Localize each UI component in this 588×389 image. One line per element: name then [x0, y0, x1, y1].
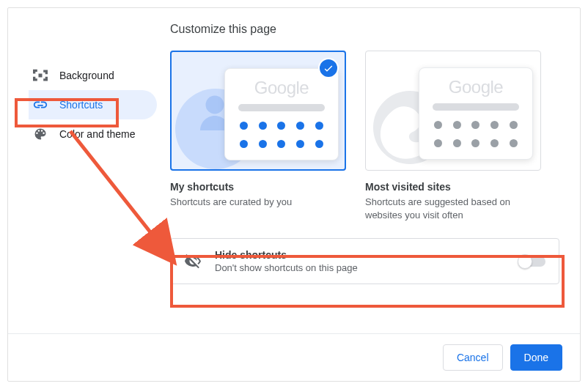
preview-tile: Google [419, 67, 533, 160]
button-label: Cancel [457, 352, 489, 363]
option-my-shortcuts: Google My shortcuts Shortcuts are cu [170, 51, 346, 222]
dialog-body: Background Shortcuts Color and theme [8, 8, 580, 333]
searchbar-mock [238, 104, 325, 111]
card-most-visited[interactable]: Google [365, 51, 541, 171]
sidebar-item-background[interactable]: Background [29, 61, 157, 90]
sidebar-item-label: Background [59, 70, 114, 81]
sidebar-item-label: Color and theme [59, 128, 136, 140]
palette-icon [32, 125, 49, 143]
card-my-shortcuts[interactable]: Google [170, 51, 346, 171]
svg-rect-0 [39, 74, 43, 78]
hide-shortcuts-row: Hide shortcuts Don't show shortcuts on t… [170, 238, 559, 284]
option-desc: Shortcuts are curated by you [170, 196, 346, 209]
searchbar-mock [433, 103, 519, 111]
sidebar-item-label: Shortcuts [59, 99, 103, 111]
hide-desc: Don't show shortcuts on this page [215, 262, 519, 273]
cancel-button[interactable]: Cancel [443, 344, 503, 371]
sidebar-item-color-theme[interactable]: Color and theme [29, 119, 157, 149]
preview-tile: Google [224, 68, 339, 160]
customize-dialog: Background Shortcuts Color and theme [7, 7, 581, 382]
shortcut-dots [235, 122, 328, 148]
frame-icon [32, 67, 49, 84]
main: Customize this page Google [157, 23, 559, 326]
option-title: Most visited sites [365, 181, 541, 193]
button-label: Done [524, 352, 548, 363]
hide-text: Hide shortcuts Don't show shortcuts on t… [215, 249, 519, 273]
sidebar: Background Shortcuts Color and theme [29, 23, 157, 326]
google-logo: Google [430, 78, 522, 96]
option-desc: Shortcuts are suggested based on website… [365, 196, 541, 222]
option-title: My shortcuts [170, 181, 346, 193]
link-icon [32, 96, 49, 114]
shortcut-dots [430, 121, 522, 147]
hide-shortcuts-toggle[interactable] [519, 256, 545, 267]
google-logo: Google [235, 79, 328, 97]
svg-point-1 [206, 96, 224, 114]
sidebar-item-shortcuts[interactable]: Shortcuts [29, 90, 157, 119]
visibility-off-icon [184, 253, 202, 270]
page-title: Customize this page [170, 23, 559, 36]
option-most-visited: Google Most visited sites Shortcuts are … [365, 51, 541, 222]
shortcut-options: Google My shortcuts Shortcuts are cu [170, 51, 559, 222]
selected-check-icon [318, 58, 339, 78]
dialog-footer: Cancel Done [8, 333, 580, 381]
hide-title: Hide shortcuts [215, 249, 519, 261]
done-button[interactable]: Done [510, 344, 562, 371]
